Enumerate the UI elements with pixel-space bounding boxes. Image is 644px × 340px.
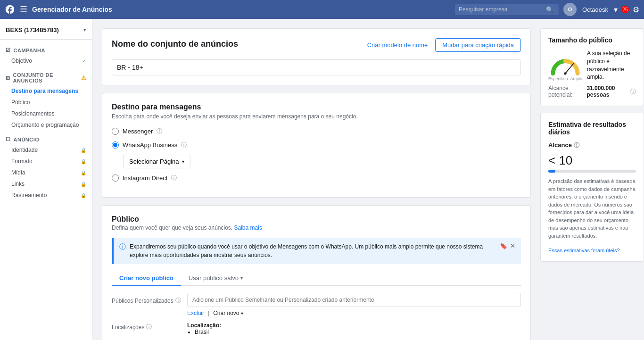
gauge-amplo-label: Amplo xyxy=(570,76,582,81)
publicos-label: Públicos Personalizados ⓘ xyxy=(112,293,187,305)
criar-novo-chevron-icon: ▾ xyxy=(241,311,243,316)
tamanho-publico-title: Tamanho do público xyxy=(548,36,636,44)
criar-novo-label: Criar novo xyxy=(213,310,239,316)
instagram-radio[interactable] xyxy=(112,174,119,182)
gauge-chart: Específico Amplo xyxy=(548,57,582,74)
topbar-search[interactable]: 🔍 xyxy=(455,4,559,15)
sidebar-item-destino[interactable]: Destino para mensagens xyxy=(0,85,92,97)
estimativa-bar xyxy=(548,170,555,173)
search-input[interactable] xyxy=(459,6,546,13)
messenger-option[interactable]: Messenger ⓘ xyxy=(112,127,521,135)
right-panel: Tamanho do público Esp xyxy=(540,19,644,340)
gauge-wrap: Específico Amplo A sua seleção de públic… xyxy=(548,50,636,81)
orcamento-label: Orçamento e programação xyxy=(11,122,79,128)
whatsapp-info-icon[interactable]: ⓘ xyxy=(181,141,187,149)
sidebar-item-publico[interactable]: Público xyxy=(0,97,92,108)
sidebar-item-links[interactable]: Links 🔒 xyxy=(0,178,92,190)
topbar-title: Gerenciador de Anúncios xyxy=(32,6,455,13)
localizacoes-content: Localização: Brasil xyxy=(187,322,521,335)
criar-novo-link[interactable]: Criar novo ▾ xyxy=(213,310,243,316)
tab-criar-novo[interactable]: Criar novo público xyxy=(112,271,181,286)
account-chevron-icon: ▾ xyxy=(83,27,86,33)
instagram-option[interactable]: Instagram Direct ⓘ xyxy=(112,174,521,182)
reach-value: 31.000.000 pessoas xyxy=(586,85,628,98)
ad-set-name-input[interactable] xyxy=(112,59,521,75)
sidebar-item-identidade[interactable]: Identidade 🔒 xyxy=(0,144,92,156)
instagram-info-icon[interactable]: ⓘ xyxy=(171,174,177,182)
posicionamentos-label: Posicionamentos xyxy=(11,110,54,117)
sidebar-item-posicionamentos[interactable]: Posicionamentos xyxy=(0,108,92,119)
estimativa-subtitle: Alcance ⓘ xyxy=(548,141,636,149)
localizacao-title: Localização: xyxy=(187,322,521,329)
sidebar-section-conjunto: ⊞ Conjunto de anúncios ⚠ Destino para me… xyxy=(0,68,92,133)
reach-label: Alcance potencial: xyxy=(548,85,585,98)
tamanho-publico-card: Tamanho do público Esp xyxy=(540,28,644,106)
info-box-text: Expandiremos seu público quando você usa… xyxy=(130,242,496,259)
bookmark-icon[interactable]: 🔖 xyxy=(500,242,507,249)
saiba-mais-link[interactable]: Saiba mais xyxy=(234,224,262,231)
sidebar-item-rastreamento[interactable]: Rastreamento 🔒 xyxy=(0,190,92,201)
settings-icon[interactable]: ⚙ xyxy=(633,5,639,14)
publicos-links: Excluir | Criar novo ▾ xyxy=(187,310,521,316)
messenger-radio[interactable] xyxy=(112,128,119,135)
sidebar-section-campanha: ☑ Campanha Objetivo ✓ xyxy=(0,43,92,68)
estimativa-link[interactable]: Essas estimativas foram úteis? xyxy=(548,248,620,253)
excluir-link[interactable]: Excluir xyxy=(187,310,204,316)
anuncio-section-icon: ☐ xyxy=(6,136,11,142)
notification-badge[interactable]: 25 xyxy=(621,6,629,13)
estimativa-card: Estimativa de resultados diários Alcance… xyxy=(540,113,644,262)
estimativa-title: Estimativa de resultados diários xyxy=(548,121,636,136)
info-box-icon: ⓘ xyxy=(119,243,126,251)
links-label: Links xyxy=(11,181,25,187)
quick-create-button[interactable]: Mudar para criação rápida xyxy=(435,38,521,52)
ad-set-name-left: Nome do conjunto de anúncios xyxy=(112,39,238,51)
ad-set-name-header: Nome do conjunto de anúncios Criar model… xyxy=(112,38,521,52)
midia-label: Mídia xyxy=(11,169,25,176)
reach-row: Alcance potencial: 31.000.000 pessoas ⓘ xyxy=(548,85,636,98)
svg-point-1 xyxy=(564,72,566,75)
sidebar-section-anuncio: ☐ Anúncio Identidade 🔒 Formato 🔒 Mídia 🔒… xyxy=(0,133,92,203)
alcance-info-icon[interactable]: ⓘ xyxy=(574,142,579,149)
anuncio-label: Anúncio xyxy=(14,137,40,142)
audience-tabs: Criar novo público Usar público salvo ▾ xyxy=(112,271,521,286)
main-content: Nome do conjunto de anúncios Criar model… xyxy=(92,19,540,340)
formato-label: Formato xyxy=(11,158,33,165)
avatar[interactable]: O xyxy=(563,3,577,16)
publico-title: Público xyxy=(112,215,521,224)
select-page-button[interactable]: Selecionar Página ▾ xyxy=(123,155,190,168)
criar-novo-tab-label: Criar novo público xyxy=(119,274,173,282)
whatsapp-info-box: ⓘ Expandiremos seu público quando você u… xyxy=(112,238,521,264)
tab-usar-salvo[interactable]: Usar público salvo ▾ xyxy=(181,271,250,286)
gauge-labels: Específico Amplo xyxy=(548,76,582,81)
instagram-label: Instagram Direct xyxy=(123,174,167,182)
identidade-label: Identidade xyxy=(11,147,38,153)
sidebar-item-orcamento[interactable]: Orçamento e programação xyxy=(0,119,92,131)
reach-info-icon[interactable]: ⓘ xyxy=(630,88,636,96)
close-icon[interactable]: ✕ xyxy=(510,242,515,249)
publicos-input[interactable] xyxy=(187,293,521,307)
menu-icon[interactable]: ☰ xyxy=(20,4,27,15)
whatsapp-option[interactable]: WhatsApp Business ⓘ xyxy=(112,141,521,149)
create-template-link[interactable]: Criar modelo de nome xyxy=(367,41,428,49)
sidebar-item-objetivo[interactable]: Objetivo ✓ xyxy=(0,55,92,66)
check-icon: ✓ xyxy=(82,58,86,64)
messenger-info-icon[interactable]: ⓘ xyxy=(157,127,162,135)
publicos-info-icon[interactable]: ⓘ xyxy=(175,297,181,305)
chevron-down-icon[interactable]: ▾ xyxy=(614,5,618,14)
campanha-section-icon: ☑ xyxy=(6,47,11,53)
localizacao-brasil: Brasil xyxy=(195,329,521,335)
sidebar-section-anuncio-header: ☐ Anúncio xyxy=(0,134,92,144)
whatsapp-radio[interactable] xyxy=(112,141,119,149)
publico-label: Público xyxy=(11,99,30,106)
campanha-label: Campanha xyxy=(14,48,45,53)
sidebar-item-midia[interactable]: Mídia 🔒 xyxy=(0,167,92,178)
account-selector[interactable]: BEXS (173485783) ▾ xyxy=(0,24,92,40)
localizacoes-label: Localizações ⓘ xyxy=(112,322,187,331)
localizacoes-info-icon[interactable]: ⓘ xyxy=(146,323,152,331)
publico-desc: Defina quem você quer que veja seus anún… xyxy=(112,224,232,231)
destino-desc: Escolha para onde você deseja enviar as … xyxy=(112,113,521,120)
ad-set-name-card: Nome do conjunto de anúncios Criar model… xyxy=(102,28,531,85)
lock-icon: 🔒 xyxy=(81,193,86,198)
sidebar-section-campanha-header: ☑ Campanha xyxy=(0,45,92,55)
sidebar-item-formato[interactable]: Formato 🔒 xyxy=(0,156,92,167)
